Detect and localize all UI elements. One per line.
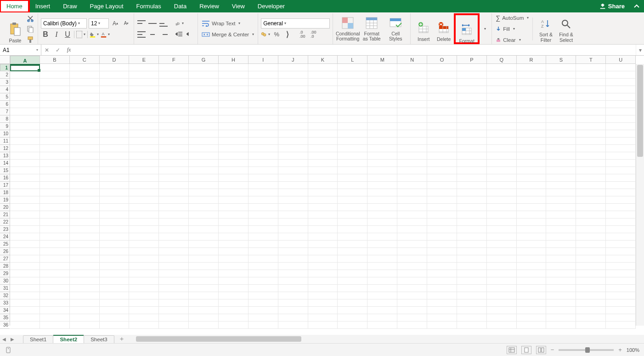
cell[interactable] — [249, 93, 278, 101]
cell[interactable] — [308, 115, 338, 123]
cell[interactable] — [367, 64, 397, 71]
clear-button[interactable]: Clear — [495, 35, 530, 45]
cell[interactable] — [100, 218, 130, 226]
cell[interactable] — [100, 211, 130, 218]
row-header-32[interactable]: 32 — [0, 292, 10, 299]
cell[interactable] — [189, 108, 219, 115]
cell[interactable] — [576, 204, 606, 211]
cell[interactable] — [129, 123, 159, 130]
cell[interactable] — [427, 79, 457, 86]
cell[interactable] — [70, 108, 100, 115]
cell[interactable] — [546, 263, 576, 270]
cell[interactable] — [487, 115, 517, 123]
cell[interactable] — [338, 218, 367, 226]
cell[interactable] — [40, 270, 70, 277]
column-header-T[interactable]: T — [576, 56, 606, 63]
cell[interactable] — [10, 277, 40, 285]
cell[interactable] — [397, 130, 427, 138]
cell[interactable] — [278, 79, 308, 86]
cell[interactable] — [487, 64, 517, 71]
cell[interactable] — [517, 86, 547, 93]
cell[interactable] — [129, 299, 159, 307]
align-center-button[interactable] — [148, 30, 157, 39]
cell[interactable] — [427, 285, 457, 292]
cell[interactable] — [219, 270, 249, 277]
cell[interactable] — [308, 218, 338, 226]
cell[interactable] — [606, 196, 636, 204]
cell[interactable] — [397, 285, 427, 292]
cell[interactable] — [159, 218, 189, 226]
cell[interactable] — [457, 218, 487, 226]
paste-button[interactable]: Paste — [6, 15, 25, 43]
cell[interactable] — [189, 86, 219, 93]
cell[interactable] — [397, 79, 427, 86]
cell[interactable] — [606, 285, 636, 292]
cell[interactable] — [70, 174, 100, 182]
cell[interactable] — [249, 101, 278, 108]
cell[interactable] — [278, 93, 308, 101]
cell[interactable] — [338, 93, 367, 101]
cell[interactable] — [308, 189, 338, 196]
cell[interactable] — [10, 211, 40, 218]
cell[interactable] — [487, 167, 517, 174]
cell[interactable] — [219, 182, 249, 189]
cell[interactable] — [517, 263, 547, 270]
cell[interactable] — [457, 71, 487, 79]
enter-formula-button[interactable]: ✓ — [52, 45, 63, 55]
cell[interactable] — [308, 314, 338, 322]
row-header-10[interactable]: 10 — [0, 130, 10, 138]
cell[interactable] — [100, 314, 130, 322]
sort-filter-button[interactable]: AZ Sort & Filter — [536, 15, 556, 43]
cell[interactable] — [427, 292, 457, 299]
cell[interactable] — [546, 277, 576, 285]
cell[interactable] — [159, 101, 189, 108]
cell[interactable] — [606, 307, 636, 314]
cell[interactable] — [338, 101, 367, 108]
cell[interactable] — [308, 299, 338, 307]
cell[interactable] — [129, 138, 159, 145]
column-header-Q[interactable]: Q — [487, 56, 517, 63]
row-header-6[interactable]: 6 — [0, 101, 10, 108]
cell[interactable] — [249, 285, 278, 292]
cell[interactable] — [249, 263, 278, 270]
cell[interactable] — [70, 130, 100, 138]
cell[interactable] — [517, 115, 547, 123]
cell[interactable] — [546, 292, 576, 299]
cell[interactable] — [397, 277, 427, 285]
cell[interactable] — [40, 277, 70, 285]
row-header-36[interactable]: 36 — [0, 322, 10, 329]
cell[interactable] — [129, 263, 159, 270]
cell[interactable] — [278, 307, 308, 314]
cell[interactable] — [278, 174, 308, 182]
cell[interactable] — [367, 145, 397, 152]
share-button[interactable]: Share — [595, 0, 629, 12]
cell[interactable] — [576, 307, 606, 314]
cell[interactable] — [129, 292, 159, 299]
cell[interactable] — [40, 123, 70, 130]
cell[interactable] — [40, 196, 70, 204]
cell[interactable] — [308, 263, 338, 270]
cell[interactable] — [338, 130, 367, 138]
cell[interactable] — [427, 115, 457, 123]
cell[interactable] — [100, 93, 130, 101]
select-all-corner[interactable] — [0, 56, 10, 64]
cell[interactable] — [487, 263, 517, 270]
cell[interactable] — [487, 277, 517, 285]
cell[interactable] — [427, 182, 457, 189]
cell[interactable] — [278, 86, 308, 93]
cell[interactable] — [397, 86, 427, 93]
cell[interactable] — [517, 71, 547, 79]
cell[interactable] — [576, 145, 606, 152]
cell[interactable] — [546, 307, 576, 314]
cell[interactable] — [367, 196, 397, 204]
cell[interactable] — [576, 108, 606, 115]
cell[interactable] — [427, 226, 457, 233]
cell[interactable] — [397, 270, 427, 277]
cell[interactable] — [159, 314, 189, 322]
cell[interactable] — [397, 322, 427, 329]
cell[interactable] — [517, 189, 547, 196]
row-header-22[interactable]: 22 — [0, 218, 10, 226]
cell[interactable] — [427, 204, 457, 211]
cell[interactable] — [606, 130, 636, 138]
cell[interactable] — [10, 196, 40, 204]
